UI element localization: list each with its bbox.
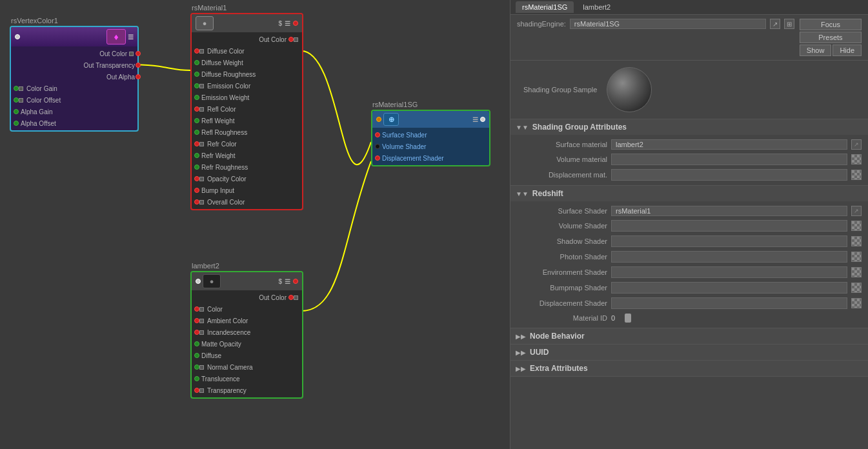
section-node-behavior-header[interactable]: ▶ Node Behavior (510, 328, 868, 344)
presets-btn[interactable]: Presets (800, 32, 862, 43)
section-extra-attributes-header[interactable]: ▶ Extra Attributes (510, 361, 868, 376)
tab-rsMaterial1SG[interactable]: rsMaterial1SG (516, 1, 574, 13)
port-color[interactable] (194, 306, 199, 312)
port-diffuse-roughness[interactable] (194, 72, 199, 77)
surface-material-field[interactable] (611, 139, 847, 150)
sphere-label: Shading Group Sample (523, 86, 597, 94)
port-refl-weight[interactable] (194, 118, 199, 123)
row-rm-out-color: Out Color (192, 34, 302, 45)
rs-shadow-field[interactable] (611, 235, 847, 247)
section-extra-attributes: ▶ Extra Attributes (510, 361, 868, 377)
row-refr-weight: Refr Weight (192, 150, 302, 161)
node-lambert2-header: ● $ ☰ (192, 272, 302, 290)
port-ambient-color[interactable] (194, 318, 199, 323)
rs-environment-field[interactable] (611, 266, 847, 278)
shading-engine-field[interactable] (570, 19, 766, 29)
port-incandescence[interactable] (194, 330, 199, 335)
attr-rs-bumpmap: Bumpmap Shader (510, 280, 868, 295)
row-diffuse-roughness: Diffuse Roughness (192, 68, 302, 80)
attr-volume-material: Volume material (510, 152, 868, 167)
rs-photon-field[interactable] (611, 251, 847, 263)
port-lambert-out[interactable] (288, 295, 294, 300)
material-id-value: 0 (611, 314, 615, 322)
attr-rs-volume: Volume Shader (510, 218, 868, 234)
row-matte-opacity: Matte Opacity (192, 338, 302, 350)
port-emission-color[interactable] (194, 83, 199, 88)
material-id-slider[interactable] (621, 316, 862, 320)
rs-bumpmap-checker[interactable] (851, 283, 862, 293)
port-diffuse-weight[interactable] (194, 60, 199, 65)
section-uuid-header[interactable]: ▶ UUID (510, 344, 868, 360)
port-color-offset[interactable] (14, 97, 19, 103)
node-rsMaterial1[interactable]: rsMaterial1 ● $ ☰ Out Color Diffuse C (190, 13, 303, 210)
rs-surface-arrow[interactable]: ↗ (851, 206, 862, 216)
section-shading-group: ▼ Shading Group Attributes Surface mater… (510, 119, 868, 186)
port-emission-weight[interactable] (194, 95, 199, 100)
row-refr-color: Refr Color (192, 138, 302, 150)
hide-btn[interactable]: Hide (833, 45, 862, 56)
rs-displacement-field[interactable] (611, 297, 847, 309)
node-rsVertexColor1-body: Out Color Out Transparency Out Alpha Col… (11, 46, 137, 130)
rs-surface-field[interactable] (611, 206, 847, 216)
port-overall-color[interactable] (194, 199, 199, 205)
shading-engine-arrow-btn[interactable]: ↗ (770, 19, 780, 29)
section-redshift-header[interactable]: ▼ Redshift (510, 186, 868, 201)
row-refl-color: Refl Color (192, 103, 302, 115)
port-opacity-color[interactable] (194, 176, 199, 181)
rs-photon-checker[interactable] (851, 252, 862, 262)
port-alpha-gain[interactable] (14, 109, 19, 114)
port-out-color[interactable] (136, 51, 141, 56)
port-rm-out-color-right[interactable] (288, 37, 294, 42)
port-refl-roughness[interactable] (194, 130, 199, 135)
displacement-mat-field[interactable] (611, 169, 847, 181)
node-rsVertexColor1[interactable]: rsVertexColor1 ♦ ☰ Out Color Out Transpa… (10, 26, 139, 132)
port-translucence[interactable] (194, 376, 199, 381)
node-lambert2[interactable]: lambert2 ● $ ☰ Out Color Col (190, 271, 303, 399)
port-refr-weight[interactable] (194, 153, 199, 158)
row-normal-camera: Normal Camera (192, 361, 302, 373)
port-alpha-offset[interactable] (14, 121, 19, 126)
port-normal-camera[interactable] (194, 364, 199, 370)
port-bump-input[interactable] (194, 188, 199, 193)
port-transparency[interactable] (194, 388, 199, 393)
volume-material-field[interactable] (611, 154, 847, 165)
port-lambert-right[interactable] (293, 279, 298, 284)
row-ambient-color: Ambient Color (192, 315, 302, 326)
redshift-arrow: ▼ (516, 190, 529, 197)
rs-displacement-checker[interactable] (851, 298, 862, 308)
row-emission-weight: Emission Weight (192, 92, 302, 103)
port-surface-shader[interactable] (375, 132, 380, 137)
port-displacement-shader[interactable] (375, 155, 380, 161)
rs-volume-checker[interactable] (851, 221, 862, 231)
port-refr-roughness[interactable] (194, 165, 199, 170)
rs-environment-checker[interactable] (851, 267, 862, 277)
port-refr-color[interactable] (194, 141, 199, 146)
port-out-transparency[interactable] (136, 63, 141, 68)
port-sg-right[interactable] (480, 117, 485, 122)
rs-bumpmap-field[interactable] (611, 282, 847, 294)
surface-material-arrow[interactable]: ↗ (851, 139, 862, 150)
port-matte-opacity[interactable] (194, 341, 199, 346)
rs-shadow-checker[interactable] (851, 236, 862, 246)
section-shading-group-header[interactable]: ▼ Shading Group Attributes (510, 119, 868, 135)
shading-engine-icon2-btn[interactable]: ⊞ (784, 19, 794, 29)
show-btn[interactable]: Show (800, 45, 832, 56)
node-graph-canvas[interactable]: rsVertexColor1 ♦ ☰ Out Color Out Transpa… (0, 0, 510, 449)
focus-btn[interactable]: Focus (800, 19, 862, 30)
tab-lambert2[interactable]: lambert2 (576, 1, 617, 13)
port-color-gain[interactable] (14, 86, 19, 91)
port-lambert-left[interactable] (196, 279, 201, 284)
row-color-offset: Color Offset (11, 94, 137, 106)
volume-material-checker[interactable] (851, 154, 862, 165)
section-shading-group-body: Surface material ↗ Volume material Displ… (510, 135, 868, 185)
port-out-alpha[interactable] (136, 74, 141, 79)
port-rsMaterial-right[interactable] (293, 21, 298, 26)
displacement-mat-checker[interactable] (851, 170, 862, 180)
port-volume-shader[interactable] (375, 144, 380, 149)
rs-volume-field[interactable] (611, 220, 847, 232)
port-sg-left[interactable] (376, 117, 381, 122)
port-refl-color[interactable] (194, 106, 199, 112)
port-diffuse-color[interactable] (194, 48, 199, 54)
port-diffuse[interactable] (194, 353, 199, 358)
node-rsMaterial1SG[interactable]: rsMaterial1SG ⊕ ☰ Surface Shader Volume … (371, 110, 490, 166)
